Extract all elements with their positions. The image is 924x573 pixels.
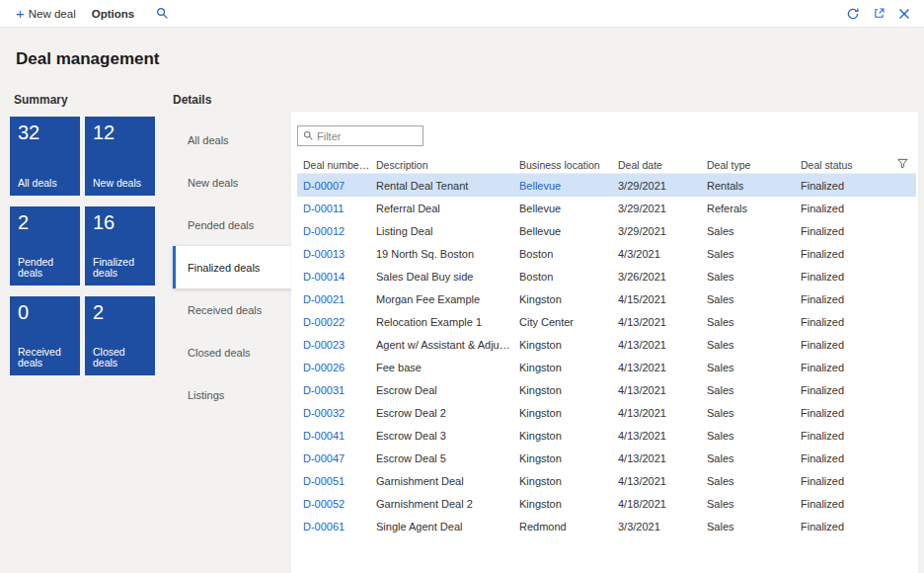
cell-deal-date: 3/29/2021	[612, 180, 701, 192]
nav-item[interactable]: Pended deals	[173, 204, 291, 246]
cell-description: Sales Deal Buy side	[370, 271, 513, 283]
cell-deal-status: Finalized	[795, 248, 916, 260]
cell-business-location: Kingston	[513, 339, 612, 351]
summary-tile[interactable]: 2 Pended deals	[10, 206, 80, 286]
table-row[interactable]: D-00051 Garnishment Deal Kingston 4/13/2…	[297, 469, 916, 492]
column-header-deal-date[interactable]: Deal date	[612, 159, 701, 171]
cell-business-location: Kingston	[513, 362, 612, 373]
cell-deal-date: 3/3/2021	[612, 521, 701, 532]
cell-deal-type: Rentals	[701, 180, 795, 192]
cell-business-location: Kingston	[513, 384, 612, 396]
column-header-deal-type[interactable]: Deal type	[701, 159, 795, 171]
nav-item[interactable]: New deals	[173, 161, 291, 204]
table-row[interactable]: D-00012 Listing Deal Bellevue 3/29/2021 …	[297, 219, 916, 242]
refresh-icon[interactable]	[845, 6, 861, 22]
table-row[interactable]: D-00023 Agent w/ Assistant & Adjustment …	[297, 333, 916, 356]
cell-deal-number[interactable]: D-00026	[297, 362, 370, 373]
cell-deal-type: Sales	[701, 362, 795, 373]
plus-icon: +	[16, 6, 25, 21]
nav-item[interactable]: Received deals	[173, 288, 291, 331]
options-button[interactable]: Options	[84, 0, 142, 27]
tile-label: Closed deals	[93, 347, 151, 369]
table-row[interactable]: D-00031 Escrow Deal Kingston 4/13/2021 S…	[297, 378, 916, 401]
cell-deal-status: Finalized	[795, 293, 916, 305]
cell-business-location: Kingston	[513, 452, 612, 464]
column-header-description[interactable]: Description	[370, 159, 513, 171]
new-deal-button[interactable]: + New deal	[8, 0, 84, 27]
cell-deal-number[interactable]: D-00047	[297, 452, 370, 464]
deals-grid-panel: Deal number↑ Description Business locati…	[291, 112, 918, 573]
tile-label: All deals	[18, 178, 76, 190]
table-row[interactable]: D-00052 Garnishment Deal 2 Kingston 4/18…	[297, 492, 916, 515]
nav-item[interactable]: Closed deals	[173, 331, 291, 373]
cell-deal-status: Finalized	[795, 521, 916, 532]
cell-business-location: Kingston	[513, 293, 612, 305]
cell-deal-number[interactable]: D-00014	[297, 271, 370, 283]
cell-deal-number[interactable]: D-00022	[297, 316, 370, 328]
cell-description: Morgan Fee Example	[370, 293, 513, 305]
close-icon[interactable]	[896, 6, 912, 22]
nav-item-label: Received deals	[188, 304, 262, 316]
table-row[interactable]: D-00022 Relocation Example 1 City Center…	[297, 310, 916, 333]
table-row[interactable]: D-00021 Morgan Fee Example Kingston 4/15…	[297, 287, 916, 310]
filter-funnel-icon[interactable]	[897, 158, 908, 169]
table-header: Deal number↑ Description Business locati…	[297, 156, 916, 174]
cell-deal-number[interactable]: D-00012	[297, 225, 370, 237]
cell-deal-number[interactable]: D-00061	[297, 521, 370, 532]
cell-business-location: Bellevue	[513, 225, 612, 237]
table-row[interactable]: D-00014 Sales Deal Buy side Boston 3/26/…	[297, 265, 916, 287]
cell-deal-number[interactable]: D-00021	[297, 293, 370, 305]
table-row[interactable]: D-00013 19 North Sq. Boston Boston 4/3/2…	[297, 242, 916, 265]
cell-description: Agent w/ Assistant & Adjustment	[370, 339, 513, 351]
cell-deal-number[interactable]: D-00051	[297, 475, 370, 487]
tile-value: 16	[93, 211, 115, 234]
deal-management-app: + New deal Options Deal management Summa…	[0, 0, 924, 573]
search-icon[interactable]	[156, 7, 169, 20]
cell-deal-number[interactable]: D-00031	[297, 384, 370, 396]
filter-input[interactable]	[317, 126, 423, 145]
nav-item-label: Listings	[188, 389, 224, 401]
table-row[interactable]: D-00011 Referral Deal Bellevue 3/29/2021…	[297, 197, 916, 219]
cell-deal-number[interactable]: D-00032	[297, 407, 370, 419]
details-heading: Details	[173, 93, 211, 107]
table-row[interactable]: D-00061 Single Agent Deal Redmond 3/3/20…	[297, 515, 916, 537]
cell-deal-number[interactable]: D-00023	[297, 339, 370, 351]
cell-deal-status: Finalized	[795, 407, 916, 419]
table-row[interactable]: D-00026 Fee base Kingston 4/13/2021 Sale…	[297, 356, 916, 378]
summary-tile[interactable]: 32 All deals	[10, 117, 80, 196]
summary-tile[interactable]: 2 Closed deals	[85, 296, 155, 375]
nav-item[interactable]: Listings	[173, 373, 291, 416]
table-row[interactable]: D-00032 Escrow Deal 2 Kingston 4/13/2021…	[297, 401, 916, 424]
cell-deal-date: 4/13/2021	[612, 430, 701, 442]
table-row[interactable]: D-00007 Rental Deal Tenant Bellevue 3/29…	[297, 174, 916, 197]
nav-item[interactable]: Finalized deals	[173, 246, 291, 288]
summary-tile[interactable]: 16 Finalized deals	[85, 206, 155, 286]
summary-tiles: 32 All deals 12 New deals 2 Pended deals…	[10, 117, 155, 375]
tile-value: 2	[93, 301, 104, 324]
cell-deal-date: 4/3/2021	[612, 248, 701, 260]
cell-deal-date: 3/26/2021	[612, 271, 701, 283]
cell-deal-date: 4/13/2021	[612, 407, 701, 419]
column-header-deal-number[interactable]: Deal number↑	[297, 159, 370, 171]
summary-tile[interactable]: 0 Received deals	[10, 296, 80, 375]
cell-deal-type: Sales	[701, 475, 795, 487]
cell-deal-number[interactable]: D-00052	[297, 498, 370, 510]
cell-deal-number[interactable]: D-00007	[297, 180, 370, 192]
column-header-business-location[interactable]: Business location	[513, 159, 612, 171]
table-row[interactable]: D-00041 Escrow Deal 3 Kingston 4/13/2021…	[297, 424, 916, 447]
cell-deal-date: 3/29/2021	[612, 225, 701, 237]
cell-deal-type: Sales	[701, 407, 795, 419]
table-row[interactable]: D-00047 Escrow Deal 5 Kingston 4/13/2021…	[297, 447, 916, 469]
cell-deal-number[interactable]: D-00041	[297, 430, 370, 442]
cell-deal-status: Finalized	[795, 225, 916, 237]
nav-item[interactable]: All deals	[173, 119, 291, 161]
cell-deal-type: Referals	[701, 203, 795, 214]
popout-icon[interactable]	[871, 6, 886, 22]
cell-description: Referral Deal	[370, 203, 513, 214]
cell-deal-number[interactable]: D-00013	[297, 248, 370, 260]
tile-value: 0	[18, 301, 29, 324]
cell-deal-type: Sales	[701, 452, 795, 464]
summary-tile[interactable]: 12 New deals	[85, 117, 155, 196]
cell-deal-status: Finalized	[795, 498, 916, 510]
cell-deal-number[interactable]: D-00011	[297, 203, 370, 214]
